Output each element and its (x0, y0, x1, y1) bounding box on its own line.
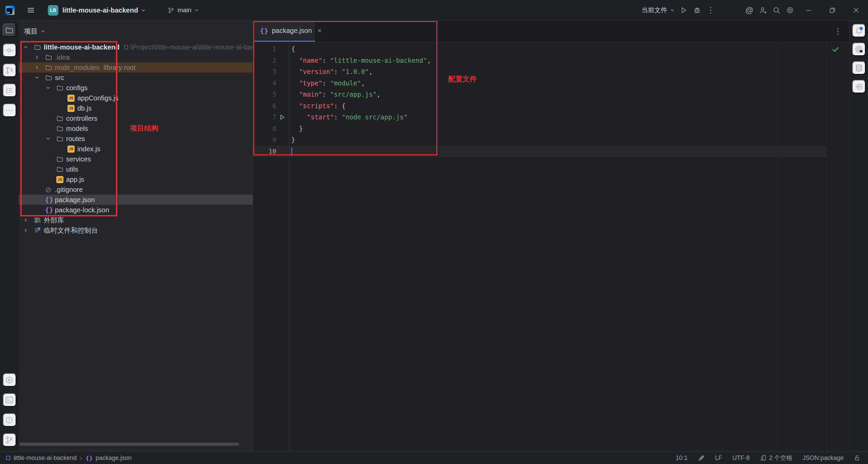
tree-item-.gitignore[interactable]: .gitignore (19, 185, 253, 195)
code-line-1[interactable]: 1{ (253, 43, 849, 55)
code-text: { (291, 43, 295, 55)
breadcrumb-file[interactable]: {} package.json (86, 455, 132, 462)
git-branch-icon (167, 7, 175, 14)
commit-tool-button[interactable] (3, 43, 16, 57)
chevron-right-icon[interactable] (34, 64, 40, 71)
tree-item-controllers[interactable]: controllers (19, 113, 253, 123)
kebab-menu-icon: ⋮ (707, 6, 715, 14)
debug-button[interactable] (690, 3, 704, 17)
search-everywhere-button[interactable] (770, 3, 783, 17)
unlocked-padlock-icon (854, 455, 861, 461)
tree-item-path: D:\Project\little-mouse-ai\little-mouse-… (123, 43, 253, 51)
chevron-down-icon[interactable] (45, 85, 51, 91)
minimize-button[interactable] (797, 0, 821, 20)
chevron-right-icon[interactable] (23, 227, 29, 233)
tree-item-node-modules[interactable]: node_moduleslibrary root (19, 62, 253, 73)
tree-item-index.js[interactable]: JSindex.js (19, 144, 253, 154)
tree-item-app.js[interactable]: JSapp.js (19, 174, 253, 185)
tree-item-label: 临时文件和控制台 (44, 226, 98, 235)
chevron-down-icon[interactable] (34, 75, 40, 81)
tab-close-icon[interactable]: ✕ (317, 27, 322, 34)
encoding-widget[interactable]: UTF-8 (732, 455, 750, 462)
code-line-4[interactable]: 4 "type": "module", (253, 78, 849, 89)
tree-item-routes[interactable]: routes (19, 134, 253, 144)
project-tool-button[interactable] (3, 23, 16, 37)
code-line-2[interactable]: 2 "name": "little-mouse-ai-backend", (253, 55, 849, 66)
database-tool-button[interactable] (852, 61, 866, 75)
tab-options-button[interactable]: ⋮ (834, 21, 842, 42)
tree-item-utils[interactable]: utils (19, 164, 253, 174)
more-actions-button[interactable]: ⋮ (704, 3, 717, 17)
chevron-right-icon[interactable] (23, 217, 29, 223)
git-branch-icon (5, 436, 14, 444)
folder-icon (56, 84, 66, 92)
problems-tool-button[interactable] (3, 413, 16, 427)
more-tool-windows-button[interactable]: ⋯ (3, 103, 16, 117)
tree-item-models[interactable]: models (19, 123, 253, 134)
tree-item-.idea[interactable]: .idea (19, 52, 253, 62)
line-separator-widget[interactable]: LF (715, 455, 722, 462)
code-text: } (291, 123, 303, 135)
horizontal-scrollbar[interactable] (19, 443, 239, 446)
code-line-3[interactable]: 3 "version": "1.0.0", (253, 66, 849, 78)
tree-item-db.js[interactable]: JSdb.js (19, 103, 253, 113)
close-button[interactable] (844, 0, 868, 20)
breadcrumb-project[interactable]: little-mouse-ai-backend (5, 455, 77, 462)
webstorm-logo-text: ws (6, 8, 12, 14)
tree-item-src[interactable]: src (19, 73, 253, 83)
tree-item-package.json[interactable]: {}package.json (19, 195, 253, 205)
code-line-10[interactable]: 10 (253, 146, 849, 157)
tree-item-services[interactable]: services (19, 154, 253, 164)
inspections-widget[interactable] (698, 455, 705, 462)
version-control-tool-button[interactable] (3, 63, 16, 77)
ai-assistant-button[interactable]: @ (743, 3, 756, 17)
code-line-5[interactable]: 5 "main": "src/app.js", (253, 89, 849, 100)
line-number: 7 (261, 112, 276, 123)
tree-item-package-lock.json[interactable]: {}package-lock.json (19, 205, 253, 215)
structure-tool-button[interactable] (3, 83, 16, 97)
chevron-right-icon[interactable] (34, 54, 40, 60)
run-line-icon[interactable] (279, 114, 285, 120)
project-panel-header[interactable]: 项目 (19, 21, 253, 42)
add-user-icon (759, 6, 767, 14)
status-bar: little-mouse-ai-backend › {} package.jso… (0, 451, 868, 464)
tree-item-label: services (66, 155, 91, 163)
tree-item-label: routes (66, 135, 85, 143)
code-area[interactable]: 1{2 "name": "little-mouse-ai-backend",3 … (253, 42, 849, 452)
tab-package-json[interactable]: {} package.json ✕ (255, 21, 315, 42)
structure-icon (5, 86, 14, 95)
inspections-ok-icon[interactable] (831, 45, 840, 54)
code-with-me-button[interactable] (756, 3, 770, 17)
tree-item-item[interactable]: 外部库 (19, 215, 253, 225)
chevron-down-icon[interactable] (23, 44, 29, 50)
code-line-6[interactable]: 6 "scripts": { (253, 100, 849, 112)
code-line-7[interactable]: 7 "start": "node src/app.js" (253, 112, 849, 123)
chevron-down-icon (194, 8, 199, 13)
project-selector[interactable]: LB little-mouse-ai-backend (46, 3, 148, 17)
strip-divider (5, 80, 14, 80)
file-type-widget[interactable]: JSON:package (803, 455, 844, 462)
chevron-down-icon[interactable] (45, 136, 51, 142)
run-button[interactable] (677, 3, 690, 17)
terminal-tool-button[interactable] (3, 393, 16, 407)
run-configuration-selector[interactable]: 当前文件 (639, 3, 677, 17)
tree-item-item[interactable]: 临时文件和控制台 (19, 225, 253, 235)
ai-assistant-tool-button[interactable] (852, 42, 866, 56)
dependencies-tool-button[interactable] (852, 80, 866, 93)
readonly-widget[interactable] (854, 455, 861, 461)
notifications-button[interactable] (852, 24, 866, 37)
restore-button[interactable] (821, 0, 844, 20)
tree-item-configs[interactable]: configs (19, 83, 253, 93)
code-line-9[interactable]: 9} (253, 134, 849, 146)
git-tool-button[interactable] (3, 433, 16, 447)
main-menu-button[interactable] (24, 3, 38, 17)
services-tool-button[interactable] (3, 373, 16, 387)
code-line-8[interactable]: 8 } (253, 123, 849, 135)
tree-item-little-mouse-ai-backend[interactable]: little-mouse-ai-backendD:\Project\little… (19, 42, 253, 52)
branch-selector[interactable]: main (165, 3, 201, 17)
webstorm-logo-icon[interactable]: ws (5, 6, 15, 15)
tree-item-appconfigs.js[interactable]: JSappConfigs.js (19, 93, 253, 103)
indent-widget[interactable]: 2 个空格 (760, 454, 792, 462)
settings-button[interactable] (783, 3, 797, 17)
caret-position-widget[interactable]: 10:1 (676, 455, 688, 462)
